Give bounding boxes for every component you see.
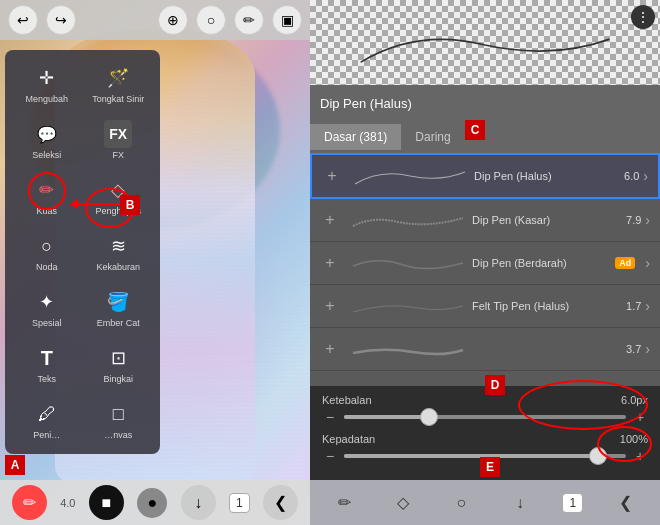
tool-penghapus[interactable]: ◇ Penghapus xyxy=(85,170,153,222)
brush-name-4: Felt Tip Pen (Halus) xyxy=(472,300,569,312)
tongkat-sinir-icon: 🪄 xyxy=(104,64,132,92)
add-btn-3[interactable]: + xyxy=(320,253,340,273)
page-number-right[interactable]: 1 xyxy=(562,493,583,513)
stroke-svg-1 xyxy=(350,164,470,189)
gray-circle-button[interactable]: ● xyxy=(137,488,167,518)
brush-size-4: 1.7 xyxy=(611,300,641,312)
brush-arrow-5: › xyxy=(645,341,650,357)
brush-preview-4: Felt Tip Pen (Halus) xyxy=(348,291,611,321)
tool-bingkai[interactable]: ⊡ Bingkai xyxy=(85,338,153,390)
color-square-button[interactable]: ■ xyxy=(89,485,124,520)
brush-item-dip-pen-berdarah[interactable]: + Dip Pen (Berdarah) Ad › xyxy=(310,242,660,285)
kekaburan-label: Kekaburan xyxy=(96,262,140,272)
lasso-button[interactable]: ○ xyxy=(196,5,226,35)
tab-dasar[interactable]: Dasar (381) xyxy=(310,124,401,150)
mengubah-label: Mengubah xyxy=(25,94,68,104)
download-btn-right[interactable]: ↓ xyxy=(504,487,536,519)
ketebalan-track[interactable] xyxy=(344,415,626,419)
tool-grid: ✛ Mengubah 🪄 Tongkat Sinir 💬 Seleksi FX … xyxy=(5,50,160,454)
brush-name-label: Dip Pen (Halus) xyxy=(310,96,660,111)
ketebalan-minus[interactable]: − xyxy=(322,409,338,425)
kuas-icon: ✏ xyxy=(33,176,61,204)
layers-button[interactable]: ▣ xyxy=(272,5,302,35)
tool-peni[interactable]: 🖊 Peni… xyxy=(13,394,81,446)
tool-kuas[interactable]: ✏ Kuas xyxy=(13,170,81,222)
tool-seleksi[interactable]: 💬 Seleksi xyxy=(13,114,81,166)
active-brush-button[interactable]: ✏ xyxy=(12,485,47,520)
tool-teks[interactable]: T Teks xyxy=(13,338,81,390)
tool-fx[interactable]: FX FX xyxy=(85,114,153,166)
eraser-top-button[interactable]: ✏ xyxy=(234,5,264,35)
brush-list: + Dip Pen (Halus) 6.0 › + Dip Pen (Ka xyxy=(310,153,660,386)
page-number-left[interactable]: 1 xyxy=(229,493,250,513)
add-btn-5[interactable]: + xyxy=(320,339,340,359)
brush-bottom-btn[interactable]: ✏ xyxy=(328,487,360,519)
brush-type-row: Dip Pen (Halus) xyxy=(310,85,660,121)
badge-a: A xyxy=(5,455,25,475)
select-tool-button[interactable]: ⊕ xyxy=(158,5,188,35)
brush-arrow-4: › xyxy=(645,298,650,314)
brush-preview-area: ⋮ xyxy=(310,0,660,85)
redo-button[interactable]: ↪ xyxy=(46,5,76,35)
brush-item-dip-pen-kasar[interactable]: + Dip Pen (Kasar) 7.9 › xyxy=(310,199,660,242)
tool-ember-cat[interactable]: 🪣 Ember Cat xyxy=(85,282,153,334)
kepadatan-fill xyxy=(344,454,598,458)
tool-mengubah[interactable]: ✛ Mengubah xyxy=(13,58,81,110)
tool-kekaburan[interactable]: ≋ Kekaburan xyxy=(85,226,153,278)
noda-label: Noda xyxy=(36,262,58,272)
add-btn-2[interactable]: + xyxy=(320,210,340,230)
tool-spesial[interactable]: ✦ Spesial xyxy=(13,282,81,334)
teks-label: Teks xyxy=(37,374,56,384)
kepadatan-thumb[interactable] xyxy=(589,447,607,465)
brush-preview-1: Dip Pen (Halus) xyxy=(350,161,609,191)
brush-arrow-3: › xyxy=(645,255,650,271)
ketebalan-label: Ketebalan xyxy=(322,394,372,406)
stroke-svg-4 xyxy=(348,294,468,319)
back-btn-right[interactable]: ❮ xyxy=(610,487,642,519)
bingkai-icon: ⊡ xyxy=(104,344,132,372)
badge-c: C xyxy=(465,120,485,140)
add-btn-4[interactable]: + xyxy=(320,296,340,316)
back-button-left[interactable]: ❮ xyxy=(263,485,298,520)
brush-arrow-2: › xyxy=(645,212,650,228)
kepadatan-minus[interactable]: − xyxy=(322,448,338,464)
ketebalan-thumb[interactable] xyxy=(420,408,438,426)
download-button-left[interactable]: ↓ xyxy=(181,485,216,520)
stroke-svg-5 xyxy=(348,337,468,362)
eraser-bottom-btn[interactable]: ◇ xyxy=(387,487,419,519)
right-panel-inner: ⋮ Dip Pen (Halus) Dasar (381) Daring + D… xyxy=(310,0,660,525)
ketebalan-plus[interactable]: + xyxy=(632,409,648,425)
kepadatan-plus[interactable]: + xyxy=(632,448,648,464)
tab-daring[interactable]: Daring xyxy=(401,124,464,150)
mengubah-icon: ✛ xyxy=(33,64,61,92)
left-panel: ↩ ↪ ⊕ ○ ✏ ▣ ✛ Mengubah 🪄 Tongkat Sinir 💬… xyxy=(0,0,310,525)
ember-cat-label: Ember Cat xyxy=(97,318,140,328)
brush-name-3: Dip Pen (Berdarah) xyxy=(472,257,567,269)
bingkai-label: Bingkai xyxy=(103,374,133,384)
stroke-svg-3 xyxy=(348,251,468,276)
preview-menu-button[interactable]: ⋮ xyxy=(631,5,655,29)
brush-item-felt-tip[interactable]: + Felt Tip Pen (Halus) 1.7 › xyxy=(310,285,660,328)
brush-tabs-row: Dasar (381) Daring xyxy=(310,121,660,153)
brush-item-5[interactable]: + 3.7 › xyxy=(310,328,660,371)
brush-preview-3: Dip Pen (Berdarah) xyxy=(348,248,615,278)
ketebalan-label-row: Ketebalan 6.0px xyxy=(322,394,648,406)
tool-noda[interactable]: ○ Noda xyxy=(13,226,81,278)
fx-label: FX xyxy=(112,150,124,160)
kepadatan-value: 100% xyxy=(620,433,648,445)
kekaburan-icon: ≋ xyxy=(104,232,132,260)
tool-tongkat-sinir[interactable]: 🪄 Tongkat Sinir xyxy=(85,58,153,110)
smudge-bottom-btn[interactable]: ○ xyxy=(445,487,477,519)
brush-name-1: Dip Pen (Halus) xyxy=(474,170,552,182)
add-btn-1[interactable]: + xyxy=(322,166,342,186)
nvas-icon: □ xyxy=(104,400,132,428)
stroke-svg-2 xyxy=(348,208,468,233)
tool-nvas[interactable]: □ …nvas xyxy=(85,394,153,446)
kepadatan-label: Kepadatan xyxy=(322,433,375,445)
badge-e: E xyxy=(480,457,500,477)
brush-item-dip-pen-halus[interactable]: + Dip Pen (Halus) 6.0 › xyxy=(310,153,660,199)
undo-button[interactable]: ↩ xyxy=(8,5,38,35)
peni-label: Peni… xyxy=(33,430,60,440)
seleksi-label: Seleksi xyxy=(32,150,61,160)
brush-size-1: 6.0 xyxy=(609,170,639,182)
